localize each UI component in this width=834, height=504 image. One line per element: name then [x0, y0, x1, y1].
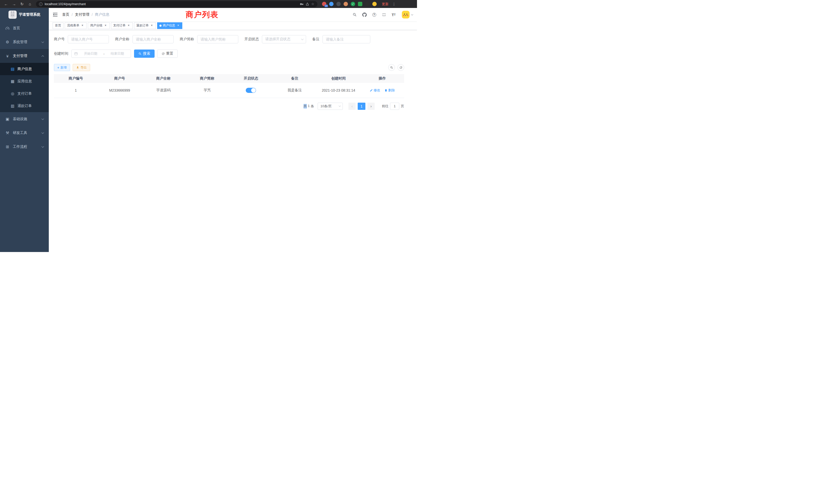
export-button[interactable]: 导出 — [73, 64, 90, 71]
status-select[interactable]: 请选择开启状态 — [262, 35, 306, 43]
close-icon[interactable]: × — [150, 24, 154, 27]
sidebar-item-refund-order[interactable]: ▥ 退款订单 — [0, 100, 49, 112]
tab-user-group[interactable]: 用户分组 × — [88, 22, 110, 29]
breadcrumb-home[interactable]: 首页 — [62, 12, 69, 17]
sidebar-item-app-info[interactable]: ▦ 应用信息 — [0, 75, 49, 88]
payment-submenu: ▤ 商户信息 ▦ 应用信息 ◎ 支付订单 ▥ 退款订单 — [0, 63, 49, 112]
page-unit-label: 页 — [401, 104, 404, 109]
browser-update-button[interactable]: 更新 — [382, 2, 389, 6]
breadcrumb-current: 商户信息 — [95, 12, 109, 17]
fullscreen-icon[interactable] — [380, 10, 388, 19]
extension-icon-avatar[interactable] — [344, 2, 348, 6]
edit-link[interactable]: 修改 — [370, 88, 380, 93]
reset-button[interactable]: 重置 — [157, 49, 178, 58]
sidebar-item-label: 研发工具 — [13, 131, 27, 135]
end-date-placeholder[interactable]: 结束日期 — [107, 51, 128, 56]
merchant-full-name-input[interactable] — [132, 35, 174, 43]
browser-home-icon[interactable]: ⌂ — [26, 1, 34, 7]
status-select-placeholder: 请选择开启状态 — [265, 37, 290, 42]
close-icon[interactable]: × — [81, 24, 84, 27]
extension-icon-face[interactable] — [372, 2, 377, 6]
col-full-name: 商户全称 — [141, 74, 185, 83]
goto-page-input[interactable] — [390, 102, 399, 110]
tab-process-form[interactable]: 流程表单 × — [65, 22, 87, 29]
current-page-button[interactable]: 1 — [358, 102, 366, 110]
extension-icon-puzzle[interactable] — [365, 2, 370, 6]
close-icon[interactable]: × — [176, 24, 180, 27]
filter-merchant-full-name: 商户全称 — [115, 35, 174, 43]
sidebar-item-payment-order[interactable]: ◎ 支付订单 — [0, 88, 49, 100]
sidebar-item-merchant-info[interactable]: ▤ 商户信息 — [0, 63, 49, 75]
page-size-select[interactable]: 10条/页 — [317, 102, 343, 110]
plus-icon: + — [57, 66, 59, 70]
sidebar-item-devtools[interactable]: ⚒ 研发工具 — [0, 126, 49, 140]
extension-icon-pin[interactable] — [329, 2, 333, 6]
delete-link[interactable]: 删除 — [385, 88, 395, 93]
chevron-down-icon — [301, 38, 304, 40]
merchant-short-name-input[interactable] — [197, 35, 238, 43]
chevron-down-icon — [339, 105, 341, 107]
submenu-item-label: 退款订单 — [18, 104, 32, 108]
sidebar-item-infrastructure[interactable]: ▣ 基础设施 — [0, 112, 49, 126]
filter-remark: 备注 — [312, 35, 370, 43]
sidebar-item-label: 首页 — [13, 26, 20, 30]
main-area: 首页 / 支付管理 / 商户信息 商户列表 ? — [49, 8, 417, 252]
font-size-icon[interactable]: TT — [390, 10, 398, 19]
help-icon[interactable]: ? — [370, 10, 378, 19]
sidebar-item-home[interactable]: 首页 — [0, 21, 49, 35]
remark-label: 备注 — [312, 37, 323, 42]
yen-icon: ¥ — [5, 54, 10, 58]
close-icon[interactable]: × — [104, 24, 107, 27]
reload-icon[interactable]: ↻ — [19, 1, 25, 7]
sidebar-item-workflow[interactable]: ⊞ 工作流程 — [0, 140, 49, 154]
extension-icon-dark[interactable] — [336, 2, 341, 6]
pay-order-icon: ◎ — [10, 91, 15, 96]
github-icon[interactable] — [360, 10, 369, 19]
back-icon[interactable]: ← — [3, 1, 9, 7]
edit-link-label: 修改 — [374, 88, 380, 93]
sidebar-item-system[interactable]: ⚙ 系统管理 — [0, 35, 49, 49]
merchant-full-name-label: 商户全称 — [115, 37, 132, 42]
search-icon — [390, 66, 393, 69]
tab-label: 退款订单 — [136, 23, 149, 28]
extension-icon-shield[interactable]: 10 — [322, 2, 326, 6]
start-date-placeholder[interactable]: 开始日期 — [80, 51, 102, 56]
tab-home[interactable]: 首页 — [53, 22, 63, 29]
tab-refund-order[interactable]: 退款订单 × — [134, 22, 156, 29]
forward-icon[interactable]: → — [10, 1, 18, 7]
next-page-button[interactable]: › — [368, 102, 375, 110]
filter-status: 开启状态 请选择开启状态 — [244, 35, 306, 43]
extension-icon-notes[interactable] — [358, 2, 362, 6]
browser-menu-icon[interactable]: ⋮ — [391, 1, 397, 7]
bookmark-star-icon[interactable]: ☆ — [311, 2, 314, 6]
refresh-table-button[interactable] — [397, 64, 404, 71]
extension-icon-check[interactable]: ✓ — [351, 2, 355, 6]
tab-merchant-info[interactable]: 商户信息 × — [157, 22, 182, 29]
add-button[interactable]: + 新增 — [54, 64, 70, 71]
user-menu[interactable] — [402, 11, 413, 19]
url-bar[interactable]: i localhost:1024/pay/merchant ☆ — [36, 1, 317, 7]
status-toggle[interactable] — [246, 88, 256, 93]
hamburger-icon[interactable] — [53, 13, 58, 17]
page-size-value: 10条/页 — [321, 104, 332, 109]
search-icon[interactable] — [351, 10, 359, 19]
sidebar-item-payment[interactable]: ¥ 支付管理 — [0, 49, 49, 63]
tab-payment-order[interactable]: 支付订单 × — [111, 22, 133, 29]
password-key-icon[interactable] — [300, 2, 304, 6]
toggle-search-button[interactable] — [388, 64, 395, 71]
date-range-picker[interactable]: 开始日期 - 结束日期 — [71, 49, 131, 58]
table-header-row: 商户编号 商户号 商户全称 商户简称 开启状态 备注 创建时间 操作 — [54, 74, 404, 83]
site-info-icon[interactable]: i — [39, 2, 43, 6]
merchant-no-input[interactable] — [68, 35, 109, 43]
chevron-up-icon — [42, 55, 44, 58]
total-suffix: 条 — [311, 104, 314, 109]
close-icon[interactable]: × — [127, 24, 130, 27]
search-button-label: 搜索 — [143, 51, 150, 56]
search-button[interactable]: 搜索 — [134, 49, 155, 58]
share-icon[interactable] — [306, 2, 309, 6]
remark-input[interactable] — [323, 35, 370, 43]
cell-merchant-id: 1 — [54, 83, 98, 98]
breadcrumb-payment[interactable]: 支付管理 — [75, 12, 89, 17]
prev-page-button[interactable]: ‹ — [348, 102, 356, 110]
app-logo[interactable]: 芋道管理系统 — [0, 8, 49, 21]
